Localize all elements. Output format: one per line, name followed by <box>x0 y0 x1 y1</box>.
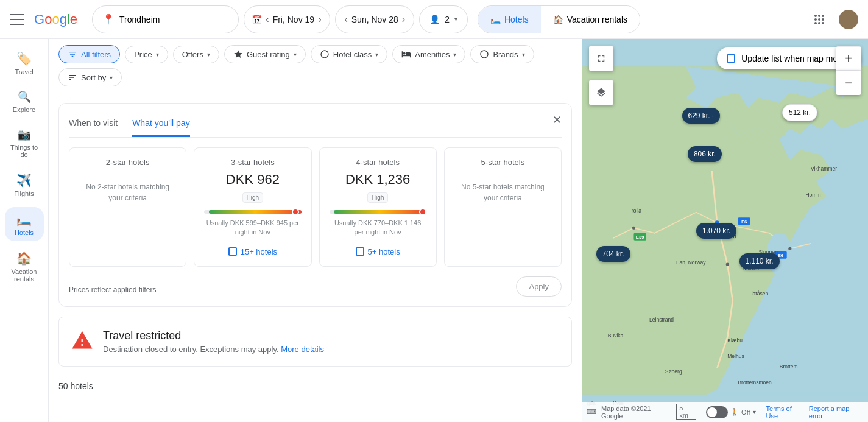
pin-label-704: 704 kr. <box>602 250 624 258</box>
svg-point-4 <box>756 303 772 329</box>
tab-what-label: What you'll pay <box>132 118 190 128</box>
svg-text:Leinstrand: Leinstrand <box>649 317 674 323</box>
map-top-bar: Update list when map moves <box>582 46 868 71</box>
restricted-desc: Destination closed to entry. Exceptions … <box>103 345 324 354</box>
guests-section[interactable]: 👤 2 ▾ <box>419 5 468 33</box>
brands-button[interactable]: Brands ▾ <box>470 45 534 63</box>
price-pin-806[interactable]: 806 kr. <box>688 146 722 162</box>
zoom-in-button[interactable]: + <box>836 46 861 71</box>
checkout-section: ‹ Sun, Nov 28 › <box>335 5 414 33</box>
hotel-class-button[interactable]: Hotel class ▾ <box>311 45 388 63</box>
guest-rating-button[interactable]: Guest rating ▾ <box>224 45 306 63</box>
svg-text:E39: E39 <box>636 234 644 240</box>
all-filters-button[interactable]: All filters <box>58 45 120 63</box>
amenities-chevron: ▾ <box>453 51 456 58</box>
keyboard-icon: ⌨ <box>587 408 596 416</box>
svg-text:Flatåsen: Flatåsen <box>748 290 768 297</box>
prices-note: Prices reflect applied filters <box>69 286 156 294</box>
map-scale-bar: 5 km <box>676 404 696 420</box>
amenities-label: Amenities <box>415 50 450 59</box>
report-link[interactable]: Report a map error <box>809 405 863 420</box>
sort-by-button[interactable]: Sort by ▾ <box>58 68 122 86</box>
apply-button[interactable]: Apply <box>516 276 562 297</box>
hotel-card-2star: 2-star hotels No 2-star hotels matching … <box>69 147 186 267</box>
location-input[interactable] <box>119 15 228 24</box>
star4-link-label: 5+ hotels <box>368 247 400 256</box>
map-layers-button[interactable] <box>589 80 613 105</box>
tab-when-to-visit[interactable]: When to visit <box>69 113 118 137</box>
star3-hotels-link[interactable]: 15+ hotels <box>228 247 277 256</box>
all-filters-label: All filters <box>81 50 111 59</box>
hotel-card-4star: 4-star hotels DKK 1,236 High Usually DKK… <box>319 147 437 267</box>
main-content: All filters Price ▾ Offers ▾ Guest ratin… <box>49 39 868 422</box>
warning-icon <box>71 329 93 351</box>
expand-map-button[interactable] <box>589 46 613 71</box>
sidebar-item-vacation[interactable]: 🏠 Vacation rentals <box>0 246 48 287</box>
price-filter-button[interactable]: Price ▾ <box>125 46 168 63</box>
hotel-class-chevron: ▾ <box>375 51 378 58</box>
offers-filter-label: Offers <box>182 50 203 59</box>
tab-hotels[interactable]: 🛏️ Hotels <box>478 6 541 33</box>
location-input-wrapper[interactable]: 📍 <box>92 5 239 33</box>
pin-label-1110: 1.110 kr. <box>746 257 774 266</box>
checkin-next-arrow[interactable]: › <box>317 13 322 26</box>
tab-vacation[interactable]: 🏠 Vacation rentals <box>541 6 640 33</box>
price-chevron: ▾ <box>156 51 159 58</box>
sidebar-item-explore[interactable]: 🔍 Explore <box>5 85 44 118</box>
amenities-button[interactable]: Amenities ▾ <box>392 45 465 63</box>
hotel-card-3star: 3-star hotels DKK 962 High Usually DKK 5… <box>194 147 311 267</box>
star4-hotels-link[interactable]: 5+ hotels <box>356 247 400 256</box>
update-list-label: Update list when map moves <box>741 54 851 63</box>
guests-chevron: ▾ <box>454 16 457 23</box>
sidebar-label-explore: Explore <box>13 106 35 113</box>
restricted-desc-text: Destination closed to entry. Exceptions … <box>103 345 279 354</box>
price-pin-1110[interactable]: 1.110 kr. <box>739 253 780 269</box>
tab-what-youll-pay[interactable]: What you'll pay <box>132 113 190 137</box>
checkin-prev-arrow[interactable]: ‹ <box>264 13 270 26</box>
map-bottom-bar: ⌨ Map data ©2021 Google 5 km 🚶 Off ▾ Ter… <box>582 402 868 422</box>
sidebar-item-travel[interactable]: 🏷️ Travel <box>5 46 44 80</box>
sidebar-item-things[interactable]: 📷 Things to do <box>0 123 48 163</box>
flights-icon: ✈️ <box>16 173 32 188</box>
checkout-next-arrow[interactable]: › <box>401 13 406 26</box>
price-pin-629[interactable]: 629 kr. · <box>682 108 721 124</box>
sidebar-item-flights[interactable]: ✈️ Flights <box>5 168 44 202</box>
close-pay-card-button[interactable]: ✕ <box>552 113 562 127</box>
price-pin-512[interactable]: 512 kr. <box>782 104 817 121</box>
star4-price-bar <box>330 210 426 214</box>
toggle-knob <box>707 407 717 417</box>
more-details-link[interactable]: More details <box>281 345 324 354</box>
checkin-section: 📅 ‹ Fri, Nov 19 › <box>244 5 330 33</box>
toggle-switch[interactable] <box>706 406 728 418</box>
svg-text:Klæbu: Klæbu <box>727 337 743 343</box>
price-filter-label: Price <box>134 50 152 59</box>
update-list-checkbox <box>727 54 735 63</box>
apps-button[interactable] <box>810 10 829 29</box>
type-tabs: 🛏️ Hotels 🏠 Vacation rentals <box>478 5 640 33</box>
star5-title: 5-star hotels <box>481 158 525 167</box>
terms-link[interactable]: Terms of Use <box>761 405 804 420</box>
checkout-prev-arrow[interactable]: ‹ <box>343 13 348 26</box>
map-data-text: Map data ©2021 Google <box>601 405 671 420</box>
sidebar-item-hotels[interactable]: 🛏️ Hotels <box>5 207 44 241</box>
svg-point-7 <box>788 247 791 250</box>
star3-price: DKK 962 <box>226 172 280 188</box>
hamburger-menu[interactable] <box>10 12 24 27</box>
offers-filter-button[interactable]: Offers ▾ <box>173 46 219 63</box>
price-pin-1070[interactable]: 1.070 kr. <box>696 223 736 239</box>
user-avatar[interactable] <box>839 10 858 29</box>
vacation-sidebar-icon: 🏠 <box>16 251 32 266</box>
svg-text:Homm: Homm <box>805 192 820 198</box>
star3-price-bar <box>204 210 301 214</box>
zoom-out-button[interactable]: − <box>836 71 861 95</box>
star2-no-match: No 2-star hotels matching your criteria <box>79 172 176 213</box>
accessibility-toggle[interactable]: 🚶 Off ▾ <box>706 406 755 418</box>
hotels-icon: 🛏️ <box>490 15 501 24</box>
hotels-tab-label: Hotels <box>504 15 529 24</box>
star2-title: 2-star hotels <box>106 158 150 167</box>
hotel-card-5star: 5-star hotels No 5-star hotels matching … <box>444 147 562 267</box>
sidebar-label-hotels: Hotels <box>15 229 34 236</box>
offers-chevron: ▾ <box>207 51 210 58</box>
price-pin-704[interactable]: 704 kr. <box>596 246 630 262</box>
map-area: E6 E39 E6 Trondheim Trolla Vikhammer Hom… <box>582 39 868 422</box>
